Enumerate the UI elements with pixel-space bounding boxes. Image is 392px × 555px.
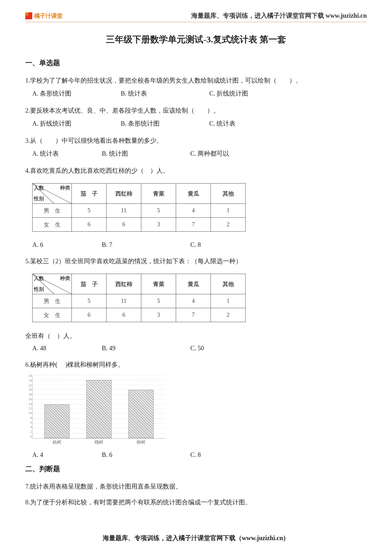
table-col-header: 黄瓜 [176, 274, 211, 294]
chart-x-label: 槐树 [86, 440, 112, 445]
header-link: www.juzizhi.cn [326, 12, 367, 19]
table-row-label: 男 生 [33, 204, 72, 218]
table-cell: 1 [211, 294, 246, 308]
table-col-header: 其他 [211, 184, 246, 204]
q1-opt-b[interactable]: B. 统计表 [121, 89, 209, 98]
logo-icon [25, 12, 32, 19]
q2-opt-b[interactable]: B. 条形统计图 [121, 119, 209, 128]
q6-opt-c[interactable]: C. 8 [190, 451, 279, 458]
q8-stem: 8.为了便于分析和比较，有时需要把两个有联系的统计图合编成一个复式统计图。 [25, 495, 367, 509]
table-cell: 4 [176, 294, 211, 308]
q4-table: 种类人数性别茄 子西红柿青菜黄瓜其他男 生511541女 生66372 [32, 183, 367, 232]
chart-x-label: 杨树 [44, 440, 70, 445]
table-cell: 5 [141, 294, 176, 308]
table-cell: 6 [107, 308, 141, 322]
footer-note: 海量题库、专项训练，进入橘子汁课堂官网下载（www.juzizhi.cn） [0, 534, 392, 542]
chart-x-label: 柳树 [128, 440, 154, 445]
table-col-header: 青菜 [141, 274, 176, 294]
table-col-header: 茄 子 [72, 184, 107, 204]
q1-options: A. 条形统计图 B. 统计表 C. 折线统计图 [32, 89, 367, 98]
table-cell: 1 [211, 204, 246, 218]
q1-stem: 1.学校为了了解今年的招生状况，要把全校各年级的男女生人数绘制成统计图，可以绘制… [25, 73, 367, 87]
q5-stem: 5.某校三（2）班全班同学喜欢吃蔬菜的情况，统计如下表：（每人限选一种） [25, 254, 367, 268]
table-cell: 4 [176, 204, 211, 218]
table-diag-top: 种类 [60, 185, 70, 191]
table-cell: 3 [141, 218, 176, 232]
table-col-header: 青菜 [141, 184, 176, 204]
q1-opt-c[interactable]: C. 折线统计图 [209, 89, 298, 98]
logo-text: 橘子汁课堂 [34, 12, 63, 20]
table-cell: 7 [176, 218, 211, 232]
table-cell: 5 [141, 204, 176, 218]
q5-options: A. 48 B. 49 C. 50 [32, 345, 367, 352]
table-cell: 2 [211, 218, 246, 232]
q5-opt-a[interactable]: A. 48 [32, 345, 102, 352]
q5-opt-b[interactable]: B. 49 [102, 345, 190, 352]
q7-stem: 7.统计表用表格呈现数据，条形统计图用直条呈现数据。 [25, 479, 367, 493]
table-row-label: 女 生 [33, 308, 72, 322]
q3-opt-c[interactable]: C. 两种都可以 [190, 149, 279, 158]
table-col-header: 西红柿 [107, 274, 141, 294]
table-cell: 11 [107, 294, 141, 308]
table-col-header: 其他 [211, 274, 246, 294]
q4-stem: 4.喜欢吃黄瓜的人数比喜欢吃西红柿的少（ ）人。 [25, 164, 367, 178]
header-note-prefix: 海量题库、专项训练，进入橘子汁课堂官网下载 [191, 12, 326, 19]
page-title: 三年级下册数学单元测试-3.复式统计表 第一套 [25, 34, 367, 46]
table-cell: 2 [211, 308, 246, 322]
q4-opt-c[interactable]: C. 8 [190, 241, 279, 248]
table-row-label: 男 生 [33, 294, 72, 308]
chart-bar [128, 390, 154, 438]
table-diag-bottom: 性别 [34, 196, 44, 202]
q3-stem: 3.从（ ）中可以很快地看出各种数量的多少。 [25, 134, 367, 147]
table-cell: 5 [72, 294, 107, 308]
chart-bar [86, 380, 112, 438]
q6-opt-b[interactable]: B. 6 [102, 451, 190, 458]
q4-opt-b[interactable]: B. 7 [102, 241, 190, 248]
table-diag-left: 人数 [34, 275, 44, 282]
table-col-header: 黄瓜 [176, 184, 211, 204]
table-diag-left: 人数 [34, 185, 44, 191]
header-note: 海量题库、专项训练，进入橘子汁课堂官网下载 www.juzizhi.cn [191, 11, 367, 20]
q5-subtext: 全班有（ ）人。 [25, 332, 367, 340]
q6-opt-a[interactable]: A. 4 [32, 451, 102, 458]
q1-opt-a[interactable]: A. 条形统计图 [32, 89, 121, 98]
table-cell: 6 [72, 218, 107, 232]
q5-opt-c[interactable]: C. 50 [190, 345, 279, 352]
section-2-heading: 二、判断题 [25, 464, 367, 474]
section-1-heading: 一、单选题 [25, 58, 367, 68]
q4-options: A. 6 B. 7 C. 8 [32, 241, 367, 248]
q2-stem: 2.要反映本次考试优、良、中、差各段学生人数，应该绘制（ ）。 [25, 103, 367, 117]
q2-options: A. 折线统计图 B. 条形统计图 C. 统计表 [32, 119, 367, 128]
table-col-header: 西红柿 [107, 184, 141, 204]
table-cell: 7 [176, 308, 211, 322]
table-row-label: 女 生 [33, 218, 72, 232]
table-cell: 11 [107, 204, 141, 218]
table-diag-top: 种类 [60, 275, 70, 282]
table-cell: 3 [141, 308, 176, 322]
table-cell: 5 [72, 204, 107, 218]
table-diag-bottom: 性别 [34, 286, 44, 293]
table-col-header: 茄 子 [72, 274, 107, 294]
q6-chart: 26242220181614121086420 杨树槐树柳树 [32, 375, 165, 439]
q4-opt-a[interactable]: A. 6 [32, 241, 102, 248]
q5-table: 种类人数性别茄 子西红柿青菜黄瓜其他男 生511541女 生66372 [32, 274, 367, 322]
table-cell: 6 [72, 308, 107, 322]
q2-opt-a[interactable]: A. 折线统计图 [32, 119, 121, 128]
q3-opt-a[interactable]: A. 统计表 [32, 149, 102, 158]
q3-options: A. 统计表 B. 统计图 C. 两种都可以 [32, 149, 367, 158]
logo: 橘子汁课堂 [25, 12, 63, 20]
q3-opt-b[interactable]: B. 统计图 [102, 149, 190, 158]
page-header: 橘子汁课堂 海量题库、专项训练，进入橘子汁课堂官网下载 www.juzizhi.… [25, 11, 367, 22]
chart-bar [44, 404, 70, 438]
q6-stem: 6.杨树再种( )棵就和柳树同样多。 [25, 358, 367, 371]
table-cell: 6 [107, 218, 141, 232]
q6-options: A. 4 B. 6 C. 8 [32, 451, 367, 458]
q2-opt-c[interactable]: C. 统计表 [209, 119, 298, 128]
